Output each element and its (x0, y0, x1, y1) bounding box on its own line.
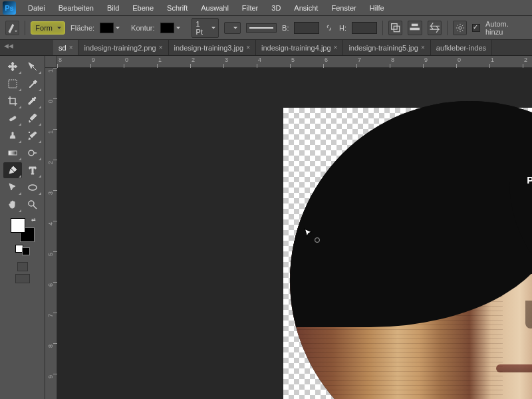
vertical-ruler[interactable]: 101234567890 (45, 68, 57, 399)
options-bar: Form Fläche: Kontur: 1 Pt B: H: Autom. h… (0, 16, 532, 40)
width-label: B: (282, 24, 289, 32)
menu-view[interactable]: Ansicht (287, 1, 325, 15)
shape-mode-dropdown[interactable]: Form (31, 21, 65, 35)
document-tabs: sd× indesign-training2.png× indesign-tra… (0, 40, 532, 56)
menu-image[interactable]: Bild (100, 1, 126, 15)
ellipse-tool[interactable] (23, 180, 42, 196)
menu-select[interactable]: Auswahl (194, 1, 235, 15)
link-aspect-icon[interactable] (325, 23, 334, 33)
canvas-area: 890123456789012 101234567890 PSD-Tutoria… (45, 56, 532, 399)
history-brush-tool[interactable] (23, 128, 42, 144)
svg-point-4 (458, 26, 461, 29)
path-arrangement-button[interactable] (428, 21, 442, 35)
healing-brush-tool[interactable] (3, 110, 22, 126)
close-icon[interactable]: × (159, 44, 163, 51)
screen-mode-button[interactable] (15, 274, 30, 283)
tab-label: indesign-training4.jpg (261, 44, 331, 52)
path-selection-tool[interactable] (3, 180, 22, 196)
svg-point-8 (14, 116, 15, 118)
logo-text: PSD-Tutorials.de (527, 174, 532, 186)
svg-point-11 (29, 185, 37, 190)
menu-edit[interactable]: Bearbeiten (52, 1, 100, 15)
svg-rect-2 (412, 23, 418, 26)
auto-add-checkbox[interactable] (472, 24, 480, 32)
svg-rect-5 (9, 80, 17, 88)
brush-tool[interactable] (23, 110, 42, 126)
document-tab[interactable]: aufkleber-indes (431, 40, 492, 55)
default-colors-icon-bg (22, 247, 30, 255)
stroke-label: Kontur: (131, 24, 154, 32)
swap-colors-icon[interactable]: ⇄ (31, 217, 36, 223)
menu-3d[interactable]: 3D (265, 1, 287, 15)
pen-tool[interactable] (3, 162, 22, 178)
hand-tool[interactable] (3, 197, 22, 213)
stroke-width-dropdown[interactable]: 1 Pt (192, 18, 219, 38)
document-tab[interactable]: indesign-training2.png× (78, 40, 168, 55)
fill-label: Fläche: (70, 24, 94, 32)
document-tab[interactable]: indesign-training4.jpg× (256, 40, 343, 55)
close-icon[interactable]: × (69, 44, 73, 51)
height-input[interactable] (352, 22, 377, 34)
stroke-swatch[interactable] (160, 23, 174, 33)
menu-layer[interactable]: Ebene (126, 1, 160, 15)
magic-wand-tool[interactable] (23, 76, 42, 92)
close-icon[interactable]: × (421, 44, 425, 51)
menu-window[interactable]: Fenster (325, 1, 362, 15)
workspace: ⇄ 890123456789012 101234567890 (0, 56, 532, 399)
path-alignment-button[interactable] (408, 21, 422, 35)
tab-label: indesign-training3.jpg (174, 44, 244, 52)
move-tool[interactable] (3, 59, 22, 74)
document-tab[interactable]: indesign-training3.jpg× (169, 40, 256, 55)
foreground-color-swatch[interactable] (11, 218, 25, 233)
tool-preset-picker[interactable] (5, 21, 19, 35)
divider (382, 21, 383, 35)
horizontal-ruler[interactable]: 890123456789012 (57, 56, 532, 68)
menu-file[interactable]: Datei (21, 1, 52, 15)
canvas[interactable]: PSD-Tutorials.de (57, 68, 532, 399)
svg-rect-3 (410, 28, 420, 31)
height-label: H: (339, 24, 346, 32)
svg-rect-9 (9, 151, 17, 155)
stroke-width-stepper[interactable] (224, 22, 241, 34)
width-input[interactable] (294, 22, 319, 34)
artboard: PSD-Tutorials.de (283, 108, 532, 399)
settings-icon[interactable] (453, 21, 467, 35)
document-tab[interactable]: sd× (53, 40, 78, 55)
collapse-handle-icon[interactable]: ◀◀ (4, 43, 13, 49)
svg-point-12 (29, 201, 34, 206)
gradient-tool[interactable] (3, 145, 22, 161)
divider (447, 21, 448, 35)
app-logo: Ps (3, 1, 16, 15)
eyedropper-tool[interactable] (23, 93, 42, 109)
portrait-nose (525, 301, 532, 329)
stroke-style-dropdown[interactable] (246, 23, 277, 33)
svg-point-10 (29, 150, 34, 156)
dodge-tool[interactable] (23, 145, 42, 161)
ruler-origin[interactable] (45, 56, 57, 68)
menu-type[interactable]: Schrift (160, 1, 194, 15)
zoom-tool[interactable] (23, 197, 42, 213)
svg-point-7 (10, 119, 11, 120)
tab-label: indesign-training2.png (84, 44, 156, 52)
toolbox: ⇄ (0, 56, 45, 399)
marquee-tool[interactable] (3, 76, 22, 92)
crop-tool[interactable] (3, 93, 22, 109)
close-icon[interactable]: × (334, 44, 338, 51)
type-tool[interactable] (23, 162, 42, 178)
artboard-tool[interactable] (23, 59, 42, 74)
menu-bar: Ps Datei Bearbeiten Bild Ebene Schrift A… (0, 0, 532, 16)
tab-label: sd (59, 44, 66, 52)
quick-mask-button[interactable] (17, 262, 28, 271)
auto-add-label: Autom. hinzu (485, 20, 527, 36)
menu-help[interactable]: Hilfe (363, 1, 391, 15)
fill-swatch[interactable] (100, 23, 114, 33)
portrait-lips (496, 364, 532, 372)
clone-stamp-tool[interactable] (3, 128, 22, 144)
path-operations-button[interactable] (388, 21, 402, 35)
document-tab[interactable]: indesign-training5.jpg× (343, 40, 430, 55)
tab-label: indesign-training5.jpg (348, 44, 418, 52)
tab-label: aufkleber-indes (436, 44, 486, 52)
close-icon[interactable]: × (246, 44, 250, 51)
color-picker[interactable]: ⇄ (11, 218, 35, 242)
menu-filter[interactable]: Filter (235, 1, 265, 15)
